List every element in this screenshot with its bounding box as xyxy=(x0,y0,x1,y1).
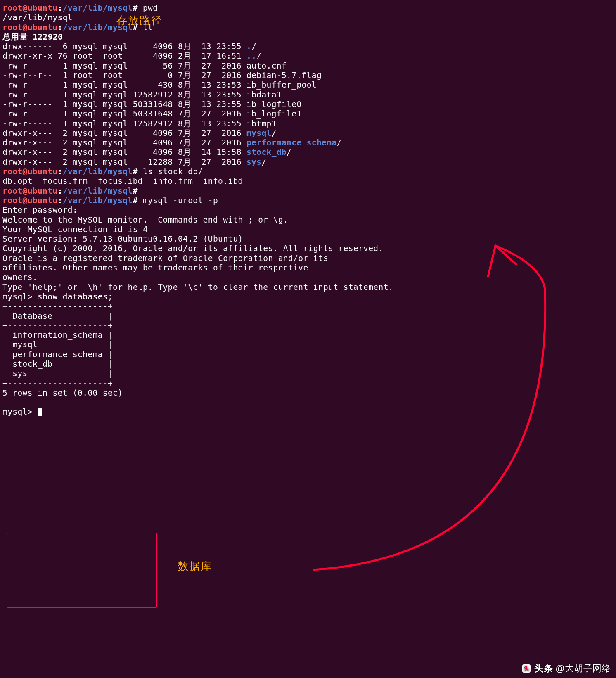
prompt-line: root@ubuntu:/var/lib/mysql# pwd xyxy=(2,3,614,13)
mysql-login-line: Welcome to the MySQL monitor. Commands e… xyxy=(2,215,614,225)
ll-filename: ib_logfile0 xyxy=(246,100,302,109)
ll-dirname: .. xyxy=(246,51,256,61)
mysql-command: show databases; xyxy=(38,292,113,301)
command-mysql: mysql -uroot -p xyxy=(143,196,218,205)
ll-row: -rw-r----- 1 mysql mysql 12582912 8月 13 … xyxy=(2,119,614,128)
watermark-brand: 头条 xyxy=(534,664,553,673)
ll-dirname: . xyxy=(246,42,251,51)
command-ll: ll xyxy=(143,23,153,32)
toutiao-logo-icon: 头 xyxy=(521,663,532,674)
ll-dirname: mysql xyxy=(246,128,272,138)
watermark: 头 头条 @大胡子网络 xyxy=(521,663,611,674)
prompt-line: root@ubuntu:/var/lib/mysql# mysql -uroot… xyxy=(2,196,614,205)
mysql-login-line: Copyright (c) 2000, 2016, Oracle and/or … xyxy=(2,244,614,253)
ll-row: -rw-r----- 1 mysql mysql 430 8月 13 23:53… xyxy=(2,80,614,90)
ll-row: -rw-r----- 1 mysql mysql 12582912 8月 13 … xyxy=(2,90,614,100)
ll-row: drwxr-x--- 2 mysql mysql 12288 7月 27 201… xyxy=(2,157,614,167)
ll-row: -rw-r----- 1 mysql mysql 56 7月 27 2016 a… xyxy=(2,61,614,71)
mysql-login-line: Your MySQL connection id is 4 xyxy=(2,225,614,234)
mysql-login-line: Type 'help;' or '\h' for help. Type '\c'… xyxy=(2,282,614,292)
command-pwd: pwd xyxy=(143,3,158,13)
ll-row: drwx------ 6 mysql mysql 4096 8月 13 23:5… xyxy=(2,42,614,51)
mysql-login-line: owners. xyxy=(2,273,614,282)
ls-output: db.opt focus.frm focus.ibd info.frm info… xyxy=(2,176,614,186)
db-table-border: +--------------------+ xyxy=(2,301,614,311)
ll-dirname: performance_schema xyxy=(246,138,337,147)
command-ls: ls stock_db/ xyxy=(143,167,203,176)
ll-row: drwxr-x--- 2 mysql mysql 4096 7月 27 2016… xyxy=(2,128,614,138)
prompt-line: root@ubuntu:/var/lib/mysql# ll xyxy=(2,23,614,32)
mysql-login-line: Server version: 5.7.13-0ubuntu0.16.04.2 … xyxy=(2,234,614,244)
db-table-row: | performance_schema | xyxy=(2,350,614,359)
ll-filename: ib_logfile1 xyxy=(246,109,302,119)
db-table-row: | information_schema | xyxy=(2,330,614,340)
db-table-header: | Database | xyxy=(2,311,614,321)
prompt-line: root@ubuntu:/var/lib/mysql# ls stock_db/ xyxy=(2,167,614,176)
watermark-author: @大胡子网络 xyxy=(555,664,611,673)
terminal-output[interactable]: root@ubuntu:/var/lib/mysql# pwd/var/lib/… xyxy=(0,0,616,420)
mysql-prompt-line[interactable]: mysql> xyxy=(2,407,614,417)
mysql-login-line: Oracle is a registered trademark of Orac… xyxy=(2,254,614,263)
annotation-db-label: 数据库 xyxy=(178,562,212,571)
prompt-line: root@ubuntu:/var/lib/mysql# xyxy=(2,186,614,196)
blank-line xyxy=(2,398,614,407)
ll-filename: ib_buffer_pool xyxy=(246,80,317,90)
ll-row: -rw-r----- 1 mysql mysql 50331648 8月 13 … xyxy=(2,100,614,109)
ll-filename: ibdata1 xyxy=(246,90,282,100)
ll-filename: debian-5.7.flag xyxy=(246,71,322,80)
mysql-prompt-line: mysql> show databases; xyxy=(2,292,614,301)
db-table-row: | stock_db | xyxy=(2,359,614,369)
db-table-row: | sys | xyxy=(2,369,614,378)
ll-filename: auto.cnf xyxy=(246,61,287,71)
ll-dirname: sys xyxy=(246,157,261,167)
mysql-login-line: affiliates. Other names may be trademark… xyxy=(2,263,614,273)
ll-row: -rw-r----- 1 mysql mysql 50331648 7月 27 … xyxy=(2,109,614,119)
ll-row: drwxr-xr-x 76 root root 4096 2月 17 16:51… xyxy=(2,51,614,61)
pwd-output: /var/lib/mysql xyxy=(2,13,614,22)
db-table-footer: 5 rows in set (0.00 sec) xyxy=(2,388,614,398)
ll-row: -rw-r--r-- 1 root root 0 7月 27 2016 debi… xyxy=(2,71,614,80)
cursor-block xyxy=(38,408,42,416)
ll-header: 总用量 122920 xyxy=(2,32,614,42)
ll-row: drwxr-x--- 2 mysql mysql 4096 8月 14 15:5… xyxy=(2,147,614,157)
svg-text:头: 头 xyxy=(524,665,529,672)
ll-dirname: stock_db xyxy=(246,147,287,157)
db-table-border: +--------------------+ xyxy=(2,379,614,388)
annotation-box-databases xyxy=(7,533,157,608)
ll-row: drwxr-x--- 2 mysql mysql 4096 7月 27 2016… xyxy=(2,138,614,147)
ll-filename: ibtmp1 xyxy=(246,119,277,128)
mysql-login-line: Enter password: xyxy=(2,205,614,215)
db-table-border: +--------------------+ xyxy=(2,321,614,330)
db-table-row: | mysql | xyxy=(2,340,614,349)
